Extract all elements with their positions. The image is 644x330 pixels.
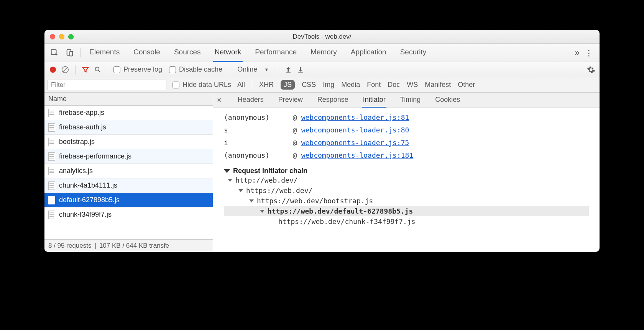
window-title: DevTools - web.dev/ (44, 33, 600, 41)
request-name: chunk-f34f99f7.js (59, 211, 112, 219)
close-detail-icon[interactable]: × (217, 96, 224, 105)
request-row[interactable]: analytics.js (44, 164, 213, 178)
record-button[interactable] (48, 65, 58, 74)
main-tab-sources[interactable]: Sources (172, 43, 202, 62)
svg-line-6 (99, 70, 100, 72)
main-tab-memory[interactable]: Memory (309, 43, 338, 62)
upload-har-icon[interactable] (284, 65, 293, 74)
svg-point-5 (95, 67, 99, 71)
chain-url: https://web.dev/ (246, 186, 312, 194)
detail-tab-preview[interactable]: Preview (278, 93, 304, 108)
stack-link[interactable]: webcomponents-loader.js:75 (301, 139, 409, 147)
inspect-icon[interactable] (49, 47, 60, 58)
hide-data-urls-label: Hide data URLs (182, 81, 231, 88)
settings-icon[interactable] (586, 65, 596, 74)
svg-rect-7 (286, 72, 291, 72)
detail-tab-response[interactable]: Response (317, 93, 349, 108)
svg-rect-2 (70, 51, 72, 56)
devtools-window: DevTools - web.dev/ ElementsConsoleSourc… (44, 30, 600, 252)
filter-chip-css[interactable]: CSS (302, 81, 316, 89)
request-count: 8 / 95 requests (48, 242, 91, 250)
chain-title: Request initiator chain (233, 167, 307, 175)
main-tab-elements[interactable]: Elements (88, 43, 121, 62)
main-tab-performance[interactable]: Performance (253, 43, 298, 62)
transfer-size: 107 KB / 644 KB transfe (99, 242, 169, 250)
kebab-menu-icon[interactable]: ⋮ (585, 48, 593, 57)
throttling-select[interactable]: Online ▼ (233, 65, 273, 74)
request-row[interactable]: chunk-f34f99f7.js (44, 207, 213, 222)
request-name: default-627898b5.js (59, 196, 120, 204)
download-har-icon[interactable] (296, 65, 305, 74)
detail-tab-initiator[interactable]: Initiator (362, 93, 386, 108)
filter-chip-media[interactable]: Media (341, 81, 360, 89)
stack-fn: (anonymous) (224, 113, 285, 121)
request-name: chunk-4a1b4111.js (59, 181, 117, 190)
request-row[interactable]: default-627898b5.js (44, 193, 213, 207)
request-list-footer: 8 / 95 requests | 107 KB / 644 KB transf… (44, 239, 213, 252)
svg-line-4 (63, 67, 67, 72)
chain-node[interactable]: https://web.dev/bootstrap.js (224, 196, 589, 206)
main-tab-security[interactable]: Security (399, 43, 428, 62)
hide-data-urls-checkbox[interactable]: Hide data URLs (172, 81, 231, 89)
request-name: bootstrap.js (59, 138, 95, 146)
disable-cache-checkbox[interactable]: Disable cache (169, 65, 222, 74)
request-row[interactable]: firebase-performance.js (44, 149, 213, 164)
svg-rect-8 (298, 72, 303, 72)
main-tabs: ElementsConsoleSourcesNetworkPerformance… (84, 43, 575, 62)
request-row[interactable]: firebase-auth.js (44, 120, 213, 135)
filter-chip-js[interactable]: JS (281, 80, 295, 90)
filter-bar: Hide data URLs AllXHRJSCSSImgMediaFontDo… (44, 77, 600, 93)
chain-node[interactable]: https://web.dev/ (224, 185, 589, 196)
filter-chip-other[interactable]: Other (458, 81, 475, 89)
detail-tab-timing[interactable]: Timing (399, 93, 421, 108)
filter-chip-manifest[interactable]: Manifest (425, 81, 451, 89)
request-name: analytics.js (59, 167, 93, 175)
stack-fn: s (224, 126, 285, 134)
main-tab-network[interactable]: Network (213, 43, 243, 62)
request-list-header: Name (44, 93, 213, 106)
chain-header[interactable]: Request initiator chain (224, 167, 589, 175)
search-icon[interactable] (93, 65, 102, 74)
request-row[interactable]: bootstrap.js (44, 135, 213, 149)
preserve-log-label: Preserve log (123, 65, 162, 73)
main-tab-console[interactable]: Console (132, 43, 162, 62)
filter-chip-all[interactable]: All (237, 81, 245, 89)
filter-chip-img[interactable]: Img (323, 81, 334, 89)
request-row[interactable]: firebase-app.js (44, 106, 213, 120)
chain-url: https://web.dev/bootstrap.js (257, 197, 373, 205)
expand-icon (228, 179, 232, 182)
filter-icon[interactable] (81, 65, 90, 74)
titlebar: DevTools - web.dev/ (44, 30, 600, 44)
tabs-overflow-button[interactable]: » (575, 48, 580, 58)
stack-link[interactable]: webcomponents-loader.js:181 (301, 151, 414, 159)
filter-chip-xhr[interactable]: XHR (259, 81, 274, 89)
stack-link[interactable]: webcomponents-loader.js:81 (301, 113, 409, 121)
main-tab-application[interactable]: Application (349, 43, 388, 62)
request-list: Name firebase-app.jsfirebase-auth.jsboot… (44, 93, 213, 252)
chain-node[interactable]: http://web.dev/ (224, 175, 589, 185)
filter-chip-font[interactable]: Font (367, 81, 381, 89)
filter-input[interactable] (48, 80, 166, 90)
preserve-log-checkbox[interactable]: Preserve log (113, 65, 162, 74)
file-icon (48, 181, 55, 190)
chain-node[interactable]: https://web.dev/chunk-f34f99f7.js (224, 216, 589, 227)
filter-chip-doc[interactable]: Doc (388, 81, 400, 89)
detail-tab-cookies[interactable]: Cookies (434, 93, 461, 108)
file-icon (48, 167, 55, 175)
chain-node[interactable]: https://web.dev/default-627898b5.js (224, 206, 589, 216)
filter-chip-ws[interactable]: WS (407, 81, 418, 89)
request-list-body: firebase-app.jsfirebase-auth.jsbootstrap… (44, 106, 213, 239)
stack-link[interactable]: webcomponents-loader.js:80 (301, 126, 409, 134)
request-row[interactable]: chunk-4a1b4111.js (44, 178, 213, 193)
chain-url: https://web.dev/chunk-f34f99f7.js (278, 217, 416, 225)
detail-tab-headers[interactable]: Headers (237, 93, 264, 108)
request-name: firebase-app.js (59, 109, 104, 117)
file-icon (48, 196, 55, 204)
detail-body: (anonymous)@ webcomponents-loader.js:81s… (213, 108, 600, 252)
expand-icon (260, 210, 264, 213)
request-name: firebase-performance.js (59, 152, 131, 160)
stack-frame: s@ webcomponents-loader.js:80 (224, 124, 589, 136)
clear-button[interactable] (61, 65, 70, 74)
device-toggle-icon[interactable] (64, 47, 75, 58)
stack-frame: (anonymous)@ webcomponents-loader.js:81 (224, 111, 589, 124)
